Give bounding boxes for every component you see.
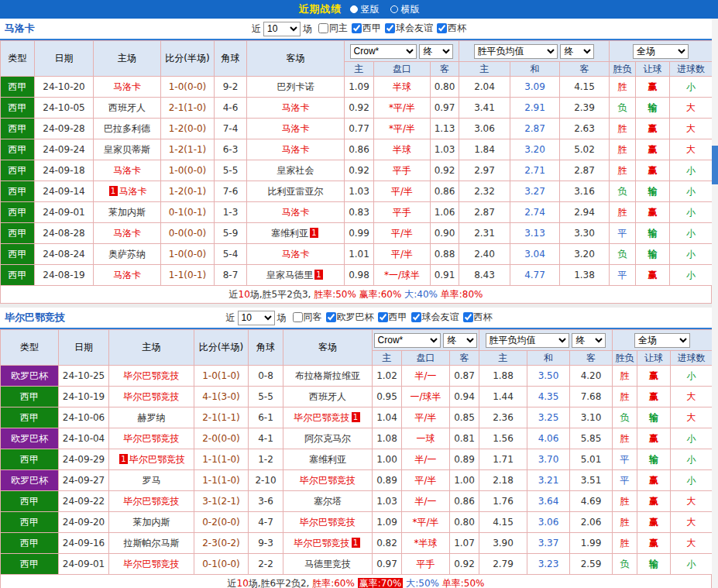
cell-corners: 4-1	[249, 428, 283, 449]
cell-handicap-result: 赢	[636, 119, 670, 139]
filter-option[interactable]: 球会友谊	[385, 22, 433, 35]
sub-goals: 进球数	[671, 351, 713, 366]
cell-odds-home: 0.86	[345, 139, 374, 160]
cell-league: 欧罗巴杯	[1, 428, 59, 449]
cell-score: 0-1(0-0)	[194, 554, 249, 575]
cell-handicap: 半/一	[402, 449, 450, 470]
team-name: 毕尔巴鄂竞技	[294, 412, 350, 423]
filter-checkbox[interactable]	[463, 312, 473, 322]
cell-home-team: 莱加内斯	[94, 202, 161, 223]
filter-option[interactable]: 西杯	[437, 22, 466, 35]
team-name: 塞维利亚	[271, 228, 308, 239]
red-card-badge: 1	[352, 538, 360, 548]
sub-handicap: 盘口	[374, 62, 431, 77]
cell-away-team: 塞尔塔	[283, 491, 373, 512]
cell-league: 西甲	[1, 265, 35, 286]
filter-checkbox[interactable]	[318, 23, 328, 33]
cell-corners: 5-9	[215, 223, 247, 244]
handicap-odds-group: Crow* 终	[373, 330, 479, 351]
recent-count-select[interactable]: 10	[263, 22, 301, 36]
radio-selected-icon[interactable]	[350, 5, 358, 13]
handicap-odds-group: Crow* 终	[345, 41, 459, 62]
cell-1x2-away: 4.69	[570, 491, 613, 512]
matches-table-bilbao: 类型 日期 主场 比分(半场) 角球 客场 Crow* 终 胜平负均值 终 全场…	[0, 329, 713, 575]
cell-1x2-home: 2.31	[459, 223, 510, 244]
cell-date: 24-09-27	[59, 470, 109, 491]
cell-home-team: 毕尔巴鄂竞技	[109, 554, 194, 575]
scrollbar-thumb[interactable]	[712, 146, 718, 184]
sub-1x2-away: 客	[560, 62, 610, 77]
team-name: 马洛卡	[282, 102, 310, 113]
filter-checkbox-group: 同主西甲球会友谊西杯	[314, 22, 466, 36]
radio-vertical-layout[interactable]: 竖版	[350, 3, 380, 16]
radio-horizontal-layout[interactable]: 横版	[390, 3, 420, 16]
col-home: 主场	[109, 330, 194, 366]
filter-checkbox[interactable]	[411, 312, 421, 322]
bookmaker-select[interactable]: Crow*	[350, 44, 417, 59]
cell-1x2-home: 8.43	[459, 265, 510, 286]
cell-result: 胜	[610, 202, 636, 223]
summary-segment: 赢率:70%	[358, 578, 404, 588]
cell-handicap-result: 赢	[636, 139, 670, 160]
cell-away-team: 布拉格斯拉维亚	[283, 366, 373, 387]
match-row: 西甲24-10-19毕尔巴鄂竞技4-1(3-0)5-5西班牙人0.95一/球半0…	[1, 387, 713, 407]
bookmaker-select[interactable]: Crow*	[374, 333, 441, 348]
avg-odds-select[interactable]: 胜平负均值	[486, 333, 569, 348]
filter-option[interactable]: 西甲	[378, 311, 407, 324]
team-name: 皇家贝蒂斯	[104, 144, 150, 155]
scope-select[interactable]: 全场	[633, 44, 689, 59]
avg-stage-select[interactable]: 终	[572, 333, 606, 348]
handicap-stage-select[interactable]: 终	[419, 44, 453, 59]
cell-home-team: 毕尔巴鄂竞技	[109, 491, 194, 512]
recent-count-select[interactable]: 10	[238, 311, 275, 325]
filter-option[interactable]: 西杯	[463, 311, 493, 324]
handicap-stage-select[interactable]: 终	[443, 333, 477, 348]
scope-select[interactable]: 全场	[634, 333, 690, 348]
cell-result: 胜	[610, 139, 636, 160]
filter-option[interactable]: 西甲	[352, 22, 381, 35]
col-corner: 角球	[215, 41, 247, 77]
cell-handicap: 平/半	[374, 223, 431, 244]
avg-stage-select[interactable]: 终	[560, 44, 594, 59]
cell-handicap-result: 赢	[637, 470, 671, 491]
cell-result: 胜	[610, 119, 636, 139]
filter-checkbox[interactable]	[326, 312, 336, 322]
filter-checkbox[interactable]	[385, 23, 395, 33]
filter-option[interactable]: 同主	[318, 22, 348, 35]
match-row: 西甲24-08-19马洛卡1-1(0-1)8-7皇家马德里10.98*一/球半0…	[1, 265, 713, 286]
cell-goals-result: 小	[671, 366, 713, 387]
filter-checkbox[interactable]	[437, 23, 447, 33]
cell-1x2-home: 2.87	[459, 202, 510, 223]
match-row: 西甲24-09-141马洛卡1-2(0-1)7-6比利亚雷亚尔1.03平/半0.…	[1, 181, 713, 202]
cell-1x2-away: 2.63	[560, 119, 610, 139]
cell-league: 西甲	[1, 491, 59, 512]
filter-option[interactable]: 欧罗巴杯	[326, 311, 374, 324]
games-unit-label: 场	[277, 311, 287, 325]
cell-handicap-result: 输	[636, 223, 670, 244]
radio-unselected-icon[interactable]	[390, 5, 398, 13]
cell-1x2-home: 2.40	[459, 244, 510, 265]
cell-goals-result: 小	[670, 202, 713, 223]
team-name: 马洛卡	[113, 165, 141, 176]
table-header-row-1: 类型 日期 主场 比分(半场) 角球 客场 Crow* 终 胜平负均值 终 全场	[1, 330, 713, 351]
cell-league: 西甲	[1, 533, 59, 554]
cell-league: 西甲	[1, 512, 59, 533]
filter-checkbox[interactable]	[352, 23, 362, 33]
filter-checkbox[interactable]	[293, 312, 303, 322]
filter-label: 球会友谊	[396, 22, 433, 35]
cell-goals-result: 大	[671, 491, 713, 512]
filter-option[interactable]: 同客	[293, 311, 322, 324]
filter-option[interactable]: 球会友谊	[411, 311, 459, 324]
scrollbar-track[interactable]	[712, 19, 718, 588]
sub-handicap-result: 让球	[636, 62, 670, 77]
match-row: 西甲24-09-291毕尔巴鄂竞技1-1(1-0)1-2塞维利亚1.00半/一0…	[1, 449, 713, 470]
filter-checkbox[interactable]	[378, 312, 388, 322]
cell-corners: 2-10	[249, 470, 283, 491]
cell-odds-away: 0.80	[450, 512, 479, 533]
cell-odds-away: 0.81	[450, 428, 479, 449]
cell-goals-result: 大	[670, 98, 713, 119]
cell-odds-home: 0.97	[373, 554, 402, 575]
cell-corners: 5-5	[215, 160, 247, 181]
cell-odds-away: 0.92	[450, 554, 479, 575]
avg-odds-select[interactable]: 胜平负均值	[474, 44, 558, 59]
